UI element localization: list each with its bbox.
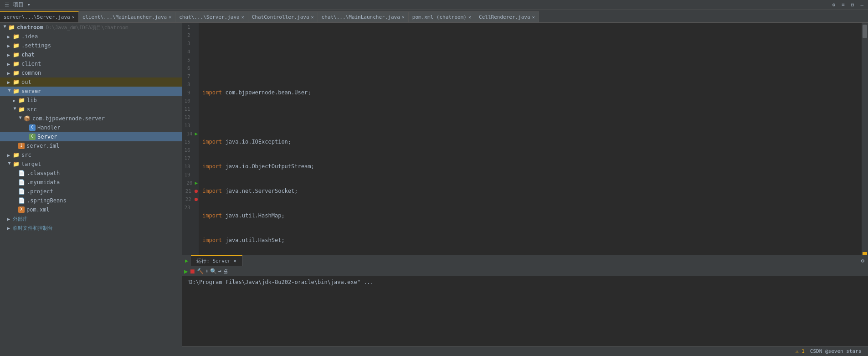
file-icon: 📄 bbox=[18, 179, 25, 186]
item-label: 外部库 bbox=[13, 216, 28, 222]
right-scrollbar[interactable] bbox=[862, 23, 868, 255]
gutter-line-20: 20▶ bbox=[182, 179, 199, 187]
folder-icon: 📦 bbox=[24, 115, 31, 122]
code-line-7: import java.net.ServerSocket; bbox=[202, 187, 858, 195]
file-icon: 📄 bbox=[18, 170, 25, 176]
list-icon[interactable]: ≡ bbox=[840, 2, 847, 8]
sidebar-myumidata[interactable]: ▶ 📄 .myumidata bbox=[0, 178, 182, 187]
folder-icon: 📁 bbox=[13, 79, 20, 85]
gutter-line: 23 bbox=[182, 203, 199, 212]
sidebar-server[interactable]: ▶ 📁 server bbox=[0, 87, 182, 96]
dropdown-arrow[interactable]: ▾ bbox=[26, 2, 32, 8]
gutter-line: 19 bbox=[182, 170, 199, 179]
tab-pom-xml[interactable]: pom.xml (chatroom) ✕ bbox=[409, 11, 475, 22]
tab-chat-mainlauncher[interactable]: chat\...\MainLauncher.java ✕ bbox=[318, 11, 409, 22]
tab-close-icon[interactable]: ✕ bbox=[468, 15, 471, 20]
tab-close-icon[interactable]: ✕ bbox=[241, 15, 244, 20]
sidebar-settings[interactable]: ▶ 📁 .settings bbox=[0, 41, 182, 50]
settings-icon[interactable]: ⚙ bbox=[831, 2, 837, 8]
breakpoint-icon: ⏺ bbox=[194, 188, 199, 194]
warning-count: ⚠ 1 bbox=[796, 348, 805, 354]
sidebar-out[interactable]: ▶ 📁 out bbox=[0, 77, 182, 87]
close-icon[interactable]: — bbox=[858, 2, 865, 8]
tab-chat-server[interactable]: chat\...\Server.java ✕ bbox=[175, 11, 248, 22]
soft-wrap-icon[interactable]: ↩ bbox=[218, 268, 221, 274]
code-line-6: import java.io.ObjectOutputStream; bbox=[202, 162, 858, 170]
tab-close-icon[interactable]: ✕ bbox=[72, 15, 75, 20]
tab-mainlauncher[interactable]: client\...\MainLauncher.java ✕ bbox=[79, 11, 175, 22]
gutter-line: 15 bbox=[182, 138, 199, 146]
project-label: 项目 bbox=[13, 1, 24, 9]
filter-icon[interactable]: 🔍 bbox=[210, 268, 217, 274]
item-label: src bbox=[21, 152, 31, 158]
tab-close-icon[interactable]: ✕ bbox=[169, 15, 171, 20]
scrollbar-thumb[interactable] bbox=[863, 25, 867, 38]
item-label: pom.xml bbox=[26, 206, 50, 213]
sidebar-idea[interactable]: ▶ 📁 .idea bbox=[0, 32, 182, 41]
item-label: target bbox=[21, 161, 41, 167]
sidebar-src-server[interactable]: ▶ 📁 src bbox=[0, 105, 182, 114]
sidebar-pom-xml[interactable]: ▶ X pom.xml bbox=[0, 205, 182, 214]
code-line-1 bbox=[202, 39, 858, 47]
folder-icon: 📁 bbox=[13, 52, 20, 58]
close-tab-icon[interactable]: ✕ bbox=[233, 258, 236, 264]
sidebar-target[interactable]: ▶ 📁 target bbox=[0, 160, 182, 169]
sidebar-server-iml[interactable]: ▶ I server.iml bbox=[0, 141, 182, 150]
run-console-icon[interactable]: ▶ bbox=[184, 268, 188, 275]
sidebar-server-class[interactable]: ▶ C Server bbox=[0, 132, 182, 141]
stop-icon[interactable]: ⏹ bbox=[189, 268, 195, 275]
bottom-tab-run[interactable]: 运行: Server ✕ bbox=[191, 255, 242, 266]
editor-content[interactable]: 1 2 3 4 5 6 7 8 9 10 11 12 13 14▶ 15 16 … bbox=[182, 23, 868, 255]
sidebar-pkg[interactable]: ▶ 📦 com.bjpowernode.server bbox=[0, 114, 182, 123]
item-label: Handler bbox=[37, 124, 61, 131]
tab-label: chat\...\MainLauncher.java bbox=[322, 14, 400, 20]
tab-bar: server\...\Server.java ✕ client\...\Main… bbox=[0, 10, 868, 23]
gutter-line: 9 bbox=[182, 88, 199, 97]
folder-icon: 📁 bbox=[13, 70, 20, 76]
gutter-line: 2 bbox=[182, 31, 199, 39]
run-arrow-icon[interactable]: ▶ bbox=[195, 180, 198, 186]
folder-icon: 📁 bbox=[13, 152, 20, 158]
tab-chatcontroller[interactable]: ChatController.java ✕ bbox=[248, 11, 318, 22]
console-toolbar: ▶ ⏹ 🔨 ⬇ 🔍 ↩ 🖨 bbox=[182, 266, 868, 276]
tab-close-icon[interactable]: ✕ bbox=[532, 15, 535, 20]
gutter-line-14: 14▶ bbox=[182, 129, 199, 138]
sidebar-client[interactable]: ▶ 📁 client bbox=[0, 59, 182, 68]
tab-close-icon[interactable]: ✕ bbox=[311, 15, 314, 20]
item-label: common bbox=[21, 70, 41, 76]
arrow-icon: ▶ bbox=[7, 226, 12, 231]
sidebar-springbeans[interactable]: ▶ 📄 .springBeans bbox=[0, 196, 182, 205]
tab-label: CellRenderer.java bbox=[479, 14, 530, 20]
gear-icon[interactable]: ⚙ bbox=[861, 258, 864, 264]
run-green-icon[interactable]: ▶ bbox=[185, 258, 188, 264]
sidebar-lib[interactable]: ▶ 📁 lib bbox=[0, 96, 182, 105]
main-area: ▶ 📁 chatroom D:\Java_dm\IDEA项目\chatroom … bbox=[0, 23, 868, 356]
sidebar-src[interactable]: ▶ 📁 src bbox=[0, 150, 182, 160]
code-line-4 bbox=[202, 113, 858, 121]
tab-close-icon[interactable]: ✕ bbox=[402, 15, 405, 20]
arrow-icon: ▶ bbox=[7, 62, 12, 67]
tab-server-java[interactable]: server\...\Server.java ✕ bbox=[0, 11, 79, 22]
sidebar-classpath[interactable]: ▶ 📄 .classpath bbox=[0, 169, 182, 178]
rebuild-icon[interactable]: 🔨 bbox=[197, 268, 204, 274]
sidebar-external-libs[interactable]: ▶ 外部库 bbox=[0, 214, 182, 223]
gutter-line: 3 bbox=[182, 39, 199, 47]
tab-cellrenderer[interactable]: CellRenderer.java ✕ bbox=[475, 11, 539, 22]
gutter-line: 1 bbox=[182, 23, 199, 31]
code-editor[interactable]: import com.bjpowernode.bean.User; import… bbox=[199, 23, 862, 255]
split-icon[interactable]: ⊟ bbox=[849, 2, 856, 8]
print-icon[interactable]: 🖨 bbox=[223, 268, 228, 274]
run-arrow-icon[interactable]: ▶ bbox=[195, 131, 198, 137]
gutter-line: 11 bbox=[182, 105, 199, 113]
sidebar-project[interactable]: ▶ 📄 .project bbox=[0, 187, 182, 196]
folder-icon: 📁 bbox=[13, 161, 20, 167]
sidebar-chat[interactable]: ▶ 📁 chat bbox=[0, 50, 182, 59]
menu-icon[interactable]: ☰ bbox=[3, 2, 11, 8]
status-bar: ⚠ 1 CSDN @seven_stars_ bbox=[182, 346, 868, 356]
bottom-tab-label: 运行: bbox=[196, 258, 210, 264]
scroll-to-end-icon[interactable]: ⬇ bbox=[205, 268, 208, 274]
sidebar-common[interactable]: ▶ 📁 common bbox=[0, 68, 182, 77]
sidebar-handler[interactable]: ▶ C Handler bbox=[0, 123, 182, 132]
sidebar-root[interactable]: ▶ 📁 chatroom D:\Java_dm\IDEA项目\chatroom bbox=[0, 23, 182, 32]
sidebar-temp-files[interactable]: ▶ 临时文件和控制台 bbox=[0, 223, 182, 232]
